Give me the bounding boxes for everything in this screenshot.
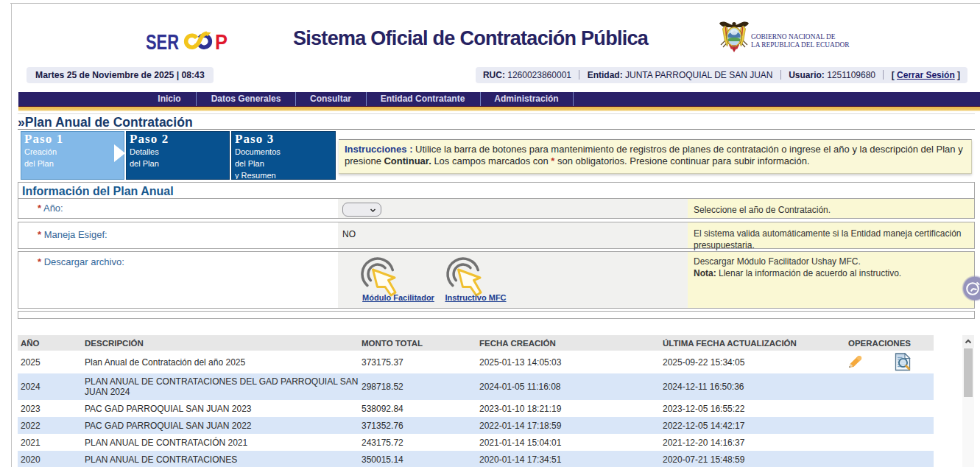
svg-text:GOBIERNO NACIONAL DE: GOBIERNO NACIONAL DE: [751, 32, 836, 41]
svg-text:LA REPUBLICA DEL ECUADOR: LA REPUBLICA DEL ECUADOR: [751, 41, 850, 49]
svg-text:SER: SER: [146, 31, 179, 53]
svg-text:P: P: [215, 31, 228, 53]
